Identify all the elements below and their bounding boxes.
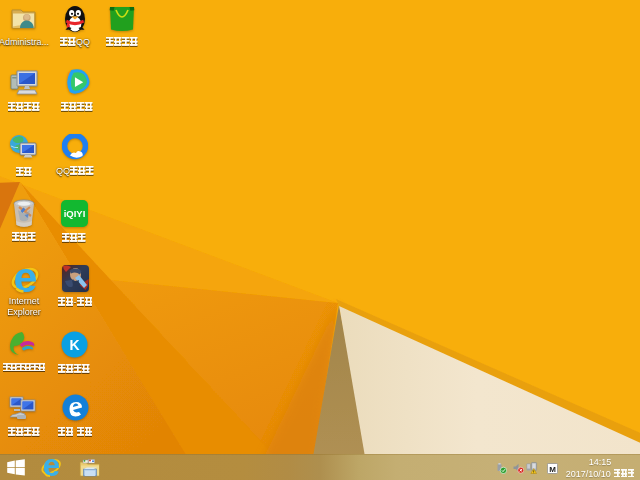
svg-text:K: K xyxy=(69,337,79,353)
svg-text:iQIYI: iQIYI xyxy=(64,208,86,219)
